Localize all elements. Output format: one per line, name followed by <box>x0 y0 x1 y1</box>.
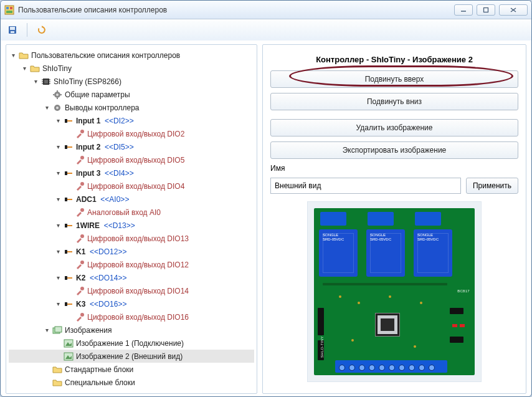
svg-point-48 <box>80 287 84 290</box>
panel-title: Контроллер - ShIoTiny - Изображение 2 <box>270 55 518 64</box>
close-button[interactable] <box>499 4 528 16</box>
tree-node-input1-sub[interactable]: ▾ Цифровой вход/выход DIO2 <box>9 127 254 140</box>
svg-point-51 <box>80 313 84 317</box>
chevron-down-icon[interactable]: ▾ <box>42 103 51 112</box>
tree-node-image2[interactable]: ▾ Изображение 2 (Внешний вид) <box>9 350 254 363</box>
tree-node-1wire-sub[interactable]: ▾ Цифровой вход/выход DIO13 <box>9 232 254 245</box>
refresh-button[interactable] <box>35 23 49 37</box>
tree-node-adc1-sub[interactable]: ▾ Аналоговый вход AI0 <box>9 206 254 219</box>
tree-node-spec-blocks[interactable]: ▾ Специальные блоки <box>9 376 254 389</box>
tree-node-input2-sub[interactable]: ▾ Цифровой вход/выход DIO5 <box>9 153 254 166</box>
chip-icon <box>41 77 51 87</box>
svg-rect-46 <box>65 276 67 280</box>
minimize-button[interactable] <box>454 4 473 16</box>
tree-node-k2[interactable]: ▾ K2 <<DO14>> <box>9 271 254 284</box>
move-up-button[interactable]: Подвинуть вверх <box>270 70 518 88</box>
chevron-down-icon[interactable]: ▾ <box>54 117 62 125</box>
tree-label: Input 3 <<DI4>> <box>76 169 134 178</box>
svg-rect-10 <box>11 31 14 33</box>
pin-icon <box>64 221 74 231</box>
folder-open-icon <box>30 64 40 74</box>
svg-point-39 <box>80 208 84 212</box>
tree-node-k1-sub[interactable]: ▾ Цифровой вход/выход DIO12 <box>9 258 254 271</box>
tools-icon <box>75 260 85 270</box>
save-button[interactable] <box>6 23 19 37</box>
tree-node-pins[interactable]: ▾ Выводы контроллера <box>9 101 254 114</box>
maximize-button[interactable] <box>477 4 495 16</box>
tree-pane[interactable]: ▾ Пользовательские описания контроллеров… <box>6 44 257 394</box>
tree-node-shlotiny[interactable]: ▾ ShIoTiny <box>9 62 254 75</box>
move-down-button[interactable]: Подвинуть вниз <box>270 93 518 110</box>
pin-icon <box>64 168 74 178</box>
svg-point-33 <box>80 156 84 160</box>
chevron-down-icon[interactable]: ▾ <box>54 274 62 282</box>
tree-label: Input 2 <<DI5>> <box>76 143 134 151</box>
tree-node-k3-sub[interactable]: ▾ Цифровой вход/выход DIO16 <box>9 310 254 323</box>
svg-rect-43 <box>65 250 67 254</box>
tools-icon <box>75 286 85 296</box>
window-title: Пользовательские описания контроллеров <box>18 6 454 14</box>
chevron-down-icon[interactable]: ▾ <box>54 300 62 309</box>
svg-rect-28 <box>65 119 67 123</box>
svg-point-27 <box>56 107 59 109</box>
tree-label: Изображение 1 (Подключение) <box>76 339 184 348</box>
tree-node-std-blocks[interactable]: ▾ Стандартные блоки <box>9 363 254 376</box>
tree-node-k3[interactable]: ▾ K3 <<DO16>> <box>9 297 254 310</box>
name-label: Имя <box>270 164 518 173</box>
tree-node-1wire[interactable]: ▾ 1WIRE <<D13>> <box>9 219 254 232</box>
image-icon <box>64 352 74 361</box>
apply-button[interactable]: Применить <box>466 178 518 194</box>
pin-icon <box>64 194 74 204</box>
chevron-down-icon[interactable]: ▾ <box>54 221 62 230</box>
tree-label: ShIoTiny <box>42 64 72 73</box>
tree-node-k1[interactable]: ▾ K1 <<DO12>> <box>9 245 254 258</box>
chevron-down-icon[interactable]: ▾ <box>54 143 62 151</box>
tree-node-device[interactable]: ▾ ShIoTiny (ESP8266) <box>9 75 254 88</box>
svg-point-21 <box>56 93 59 96</box>
tree-node-common-params[interactable]: ▾ Общие параметры <box>9 88 254 101</box>
tree-label: Пользовательские описания контроллеров <box>31 51 180 60</box>
tools-icon <box>75 234 85 244</box>
tree-node-k2-sub[interactable]: ▾ Цифровой вход/выход DIO14 <box>9 284 254 297</box>
tools-icon <box>75 312 85 322</box>
chevron-down-icon[interactable]: ▾ <box>42 326 51 335</box>
svg-rect-13 <box>44 80 48 84</box>
tree-node-adc1[interactable]: ▾ ADC1 <<AI0>> <box>9 193 254 206</box>
svg-point-42 <box>80 234 84 238</box>
tree-node-input3-sub[interactable]: ▾ Цифровой вход/выход DIO4 <box>9 179 254 193</box>
tree-node-input1[interactable]: ▾ Input 1 <<DI2>> <box>9 114 254 127</box>
chevron-down-icon[interactable]: ▾ <box>9 51 17 60</box>
tree-label: Цифровой вход/выход DIO16 <box>87 313 189 322</box>
image-icon <box>64 338 74 348</box>
pin-icon <box>64 273 74 283</box>
svg-rect-31 <box>65 145 67 149</box>
svg-rect-3 <box>6 11 12 13</box>
chevron-down-icon[interactable]: ▾ <box>54 247 62 256</box>
svg-rect-40 <box>65 224 67 227</box>
tree-node-input2[interactable]: ▾ Input 2 <<DI5>> <box>9 140 254 153</box>
chevron-down-icon[interactable]: ▾ <box>54 195 62 204</box>
toolbar-separator <box>27 23 27 37</box>
tree-label: Изображения <box>65 326 112 335</box>
tree-root[interactable]: ▾ Пользовательские описания контроллеров <box>9 49 254 62</box>
pin-icon <box>64 247 74 257</box>
tools-icon <box>75 181 85 191</box>
chevron-down-icon[interactable]: ▾ <box>20 64 29 73</box>
svg-rect-5 <box>484 7 488 12</box>
tree-node-input3[interactable]: ▾ Input 3 <<DI4>> <box>9 166 254 179</box>
tree-label: Цифровой вход/выход DIO5 <box>87 156 184 165</box>
tree-label: 1WIRE <<D13>> <box>76 221 135 230</box>
delete-image-button[interactable]: Удалить изображение <box>270 119 518 136</box>
tree-node-image1[interactable]: ▾ Изображение 1 (Подключение) <box>9 337 254 350</box>
images-icon <box>52 325 62 335</box>
export-image-button[interactable]: Экспортировать изображение <box>270 141 518 159</box>
svg-rect-1 <box>6 7 9 9</box>
svg-rect-37 <box>65 198 67 201</box>
tree-label: Цифровой вход/выход DIO12 <box>87 261 189 269</box>
chevron-down-icon[interactable]: ▾ <box>31 77 40 86</box>
name-input[interactable] <box>270 178 461 194</box>
chevron-down-icon[interactable]: ▾ <box>54 169 62 178</box>
svg-rect-49 <box>65 302 67 306</box>
board-image: SONGLESRD-05VDC SONGLESRD-05VDC SONGLESR… <box>307 201 482 382</box>
tree-node-images[interactable]: ▾ Изображения <box>9 323 254 337</box>
